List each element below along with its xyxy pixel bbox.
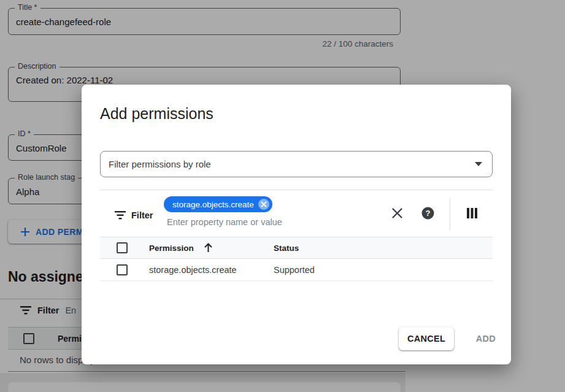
cancel-button[interactable]: CANCEL bbox=[399, 327, 454, 350]
permission-column-header[interactable]: Permission bbox=[149, 244, 194, 253]
columns-icon bbox=[467, 208, 477, 218]
add-button[interactable]: ADD bbox=[467, 327, 505, 350]
chevron-down-icon bbox=[475, 162, 482, 166]
svg-text:?: ? bbox=[425, 209, 430, 218]
filter-chip[interactable]: storage.objects.create bbox=[164, 196, 272, 212]
column-display-button[interactable] bbox=[463, 204, 480, 221]
permissions-table-header: Permission Status bbox=[100, 237, 493, 259]
filter-button[interactable]: Filter bbox=[115, 210, 153, 220]
row-checkbox[interactable] bbox=[117, 264, 128, 275]
help-icon: ? bbox=[421, 207, 434, 220]
row-status: Supported bbox=[274, 265, 315, 275]
permissions-table: Permission Status storage.objects.create… bbox=[100, 237, 493, 281]
close-icon bbox=[391, 207, 403, 219]
status-column-header[interactable]: Status bbox=[274, 244, 299, 253]
filter-label: Filter bbox=[131, 210, 153, 220]
select-all-checkbox[interactable] bbox=[117, 242, 128, 253]
permissions-filter-toolbar: Filter storage.objects.create Enter prop… bbox=[100, 190, 493, 237]
chip-remove-icon[interactable] bbox=[258, 199, 269, 210]
table-row[interactable]: storage.objects.create Supported bbox=[100, 259, 493, 281]
toolbar-divider bbox=[450, 199, 450, 231]
filter-chip-label: storage.objects.create bbox=[172, 200, 254, 209]
dialog-title: Add permissions bbox=[100, 105, 213, 123]
add-permissions-dialog: Add permissions Filter permissions by ro… bbox=[82, 85, 511, 364]
help-button[interactable]: ? bbox=[419, 204, 436, 221]
sort-ascending-icon[interactable] bbox=[204, 243, 213, 253]
row-permission: storage.objects.create bbox=[149, 265, 237, 275]
clear-filter-button[interactable] bbox=[388, 204, 405, 221]
filter-input-placeholder[interactable]: Enter property name or value bbox=[167, 217, 282, 227]
filter-icon bbox=[115, 211, 126, 220]
filter-permissions-by-role-select[interactable]: Filter permissions by role bbox=[100, 151, 493, 177]
role-select-placeholder: Filter permissions by role bbox=[109, 159, 475, 169]
